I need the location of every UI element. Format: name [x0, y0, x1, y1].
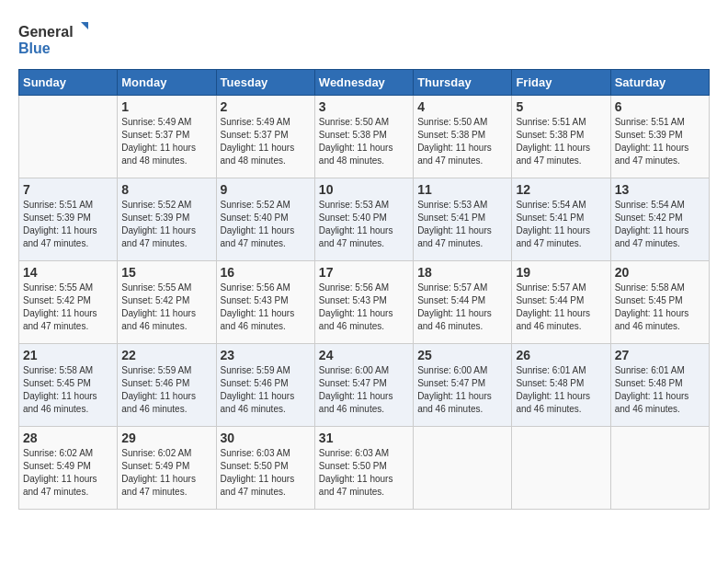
calendar-week-row: 14Sunrise: 5:55 AMSunset: 5:42 PMDayligh… [19, 261, 710, 344]
day-info: Sunrise: 5:53 AMSunset: 5:40 PMDaylight:… [319, 199, 409, 250]
day-info: Sunrise: 5:49 AMSunset: 5:37 PMDaylight:… [121, 116, 211, 167]
calendar-cell: 23Sunrise: 5:59 AMSunset: 5:46 PMDayligh… [216, 344, 314, 427]
calendar-cell [610, 427, 709, 510]
calendar-cell: 15Sunrise: 5:55 AMSunset: 5:42 PMDayligh… [118, 261, 216, 344]
calendar-cell: 24Sunrise: 6:00 AMSunset: 5:47 PMDayligh… [314, 344, 413, 427]
day-number: 3 [319, 99, 409, 114]
day-number: 19 [516, 265, 606, 280]
day-info: Sunrise: 6:00 AMSunset: 5:47 PMDaylight:… [319, 364, 409, 416]
calendar-cell: 25Sunrise: 6:00 AMSunset: 5:47 PMDayligh… [414, 344, 512, 427]
day-number: 18 [417, 265, 507, 280]
day-info: Sunrise: 5:54 AMSunset: 5:41 PMDaylight:… [516, 199, 606, 250]
day-number: 8 [121, 182, 211, 197]
day-info: Sunrise: 5:53 AMSunset: 5:41 PMDaylight:… [417, 199, 507, 250]
calendar-cell: 19Sunrise: 5:57 AMSunset: 5:44 PMDayligh… [512, 261, 610, 344]
calendar-cell [19, 96, 118, 178]
day-info: Sunrise: 5:58 AMSunset: 5:45 PMDaylight:… [23, 364, 113, 416]
day-info: Sunrise: 5:57 AMSunset: 5:44 PMDaylight:… [516, 282, 606, 333]
day-info: Sunrise: 5:52 AMSunset: 5:40 PMDaylight:… [221, 199, 311, 250]
day-info: Sunrise: 5:56 AMSunset: 5:43 PMDaylight:… [319, 282, 409, 333]
day-number: 4 [417, 99, 507, 114]
day-info: Sunrise: 5:51 AMSunset: 5:39 PMDaylight:… [23, 199, 113, 250]
day-info: Sunrise: 5:52 AMSunset: 5:39 PMDaylight:… [121, 199, 211, 250]
calendar-cell: 12Sunrise: 5:54 AMSunset: 5:41 PMDayligh… [512, 178, 610, 261]
day-info: Sunrise: 5:49 AMSunset: 5:37 PMDaylight:… [221, 116, 311, 167]
calendar-cell: 2Sunrise: 5:49 AMSunset: 5:37 PMDaylight… [216, 96, 314, 178]
calendar-cell: 1Sunrise: 5:49 AMSunset: 5:37 PMDaylight… [118, 96, 216, 178]
svg-text:Blue: Blue [18, 40, 51, 56]
day-info: Sunrise: 5:50 AMSunset: 5:38 PMDaylight:… [417, 116, 507, 167]
day-of-week-header: Thursday [414, 70, 512, 96]
calendar-cell: 10Sunrise: 5:53 AMSunset: 5:40 PMDayligh… [314, 178, 413, 261]
day-info: Sunrise: 5:55 AMSunset: 5:42 PMDaylight:… [23, 282, 113, 333]
day-info: Sunrise: 6:03 AMSunset: 5:50 PMDaylight:… [221, 447, 311, 499]
calendar-cell: 3Sunrise: 5:50 AMSunset: 5:38 PMDaylight… [314, 96, 413, 178]
day-number: 24 [319, 348, 409, 362]
day-of-week-header: Saturday [610, 70, 709, 96]
day-info: Sunrise: 5:58 AMSunset: 5:45 PMDaylight:… [615, 282, 705, 333]
calendar-cell: 16Sunrise: 5:56 AMSunset: 5:43 PMDayligh… [216, 261, 314, 344]
calendar-cell: 18Sunrise: 5:57 AMSunset: 5:44 PMDayligh… [414, 261, 512, 344]
day-number: 10 [319, 182, 409, 197]
day-number: 1 [121, 99, 211, 114]
day-number: 6 [615, 99, 705, 114]
day-info: Sunrise: 6:03 AMSunset: 5:50 PMDaylight:… [319, 447, 409, 499]
day-number: 28 [23, 431, 113, 445]
svg-marker-1 [81, 22, 88, 29]
day-info: Sunrise: 5:51 AMSunset: 5:39 PMDaylight:… [615, 116, 705, 167]
calendar-cell: 9Sunrise: 5:52 AMSunset: 5:40 PMDaylight… [216, 178, 314, 261]
calendar-cell: 31Sunrise: 6:03 AMSunset: 5:50 PMDayligh… [314, 427, 413, 510]
day-of-week-header: Friday [512, 70, 610, 96]
day-number: 21 [23, 348, 113, 362]
day-of-week-header: Sunday [19, 70, 118, 96]
day-of-week-header: Tuesday [216, 70, 314, 96]
day-number: 23 [221, 348, 311, 362]
day-info: Sunrise: 6:01 AMSunset: 5:48 PMDaylight:… [516, 364, 606, 416]
calendar-week-row: 21Sunrise: 5:58 AMSunset: 5:45 PMDayligh… [19, 344, 710, 427]
svg-text:General: General [18, 24, 74, 40]
calendar-cell: 4Sunrise: 5:50 AMSunset: 5:38 PMDaylight… [414, 96, 512, 178]
logo-svg: General Blue [18, 18, 101, 60]
day-info: Sunrise: 5:55 AMSunset: 5:42 PMDaylight:… [121, 282, 211, 333]
calendar-cell [414, 427, 512, 510]
day-number: 30 [221, 431, 311, 445]
day-of-week-header: Monday [118, 70, 216, 96]
day-number: 5 [516, 99, 606, 114]
day-number: 25 [417, 348, 507, 362]
calendar-week-row: 28Sunrise: 6:02 AMSunset: 5:49 PMDayligh… [19, 427, 710, 510]
calendar-cell: 27Sunrise: 6:01 AMSunset: 5:48 PMDayligh… [610, 344, 709, 427]
calendar-cell: 17Sunrise: 5:56 AMSunset: 5:43 PMDayligh… [314, 261, 413, 344]
day-number: 7 [23, 182, 113, 197]
logo: General Blue [18, 18, 101, 60]
calendar-cell: 22Sunrise: 5:59 AMSunset: 5:46 PMDayligh… [118, 344, 216, 427]
calendar-cell: 14Sunrise: 5:55 AMSunset: 5:42 PMDayligh… [19, 261, 118, 344]
calendar-cell: 20Sunrise: 5:58 AMSunset: 5:45 PMDayligh… [610, 261, 709, 344]
calendar-cell: 11Sunrise: 5:53 AMSunset: 5:41 PMDayligh… [414, 178, 512, 261]
calendar-cell: 5Sunrise: 5:51 AMSunset: 5:38 PMDaylight… [512, 96, 610, 178]
day-number: 17 [319, 265, 409, 280]
calendar-header-row: SundayMondayTuesdayWednesdayThursdayFrid… [19, 70, 710, 96]
day-info: Sunrise: 6:02 AMSunset: 5:49 PMDaylight:… [121, 447, 211, 499]
calendar-table: SundayMondayTuesdayWednesdayThursdayFrid… [18, 69, 710, 510]
day-info: Sunrise: 5:59 AMSunset: 5:46 PMDaylight:… [221, 364, 311, 416]
day-number: 31 [319, 431, 409, 445]
calendar-cell: 21Sunrise: 5:58 AMSunset: 5:45 PMDayligh… [19, 344, 118, 427]
calendar-cell: 26Sunrise: 6:01 AMSunset: 5:48 PMDayligh… [512, 344, 610, 427]
calendar-cell: 30Sunrise: 6:03 AMSunset: 5:50 PMDayligh… [216, 427, 314, 510]
page-header: General Blue [18, 18, 710, 60]
day-number: 20 [615, 265, 705, 280]
day-of-week-header: Wednesday [314, 70, 413, 96]
day-number: 22 [121, 348, 211, 362]
day-number: 13 [615, 182, 705, 197]
calendar-week-row: 7Sunrise: 5:51 AMSunset: 5:39 PMDaylight… [19, 178, 710, 261]
day-number: 9 [221, 182, 311, 197]
day-info: Sunrise: 5:57 AMSunset: 5:44 PMDaylight:… [417, 282, 507, 333]
day-number: 16 [221, 265, 311, 280]
day-info: Sunrise: 6:02 AMSunset: 5:49 PMDaylight:… [23, 447, 113, 499]
day-info: Sunrise: 6:01 AMSunset: 5:48 PMDaylight:… [615, 364, 705, 416]
day-number: 29 [121, 431, 211, 445]
calendar-cell: 13Sunrise: 5:54 AMSunset: 5:42 PMDayligh… [610, 178, 709, 261]
calendar-cell: 8Sunrise: 5:52 AMSunset: 5:39 PMDaylight… [118, 178, 216, 261]
day-info: Sunrise: 5:54 AMSunset: 5:42 PMDaylight:… [615, 199, 705, 250]
day-number: 12 [516, 182, 606, 197]
